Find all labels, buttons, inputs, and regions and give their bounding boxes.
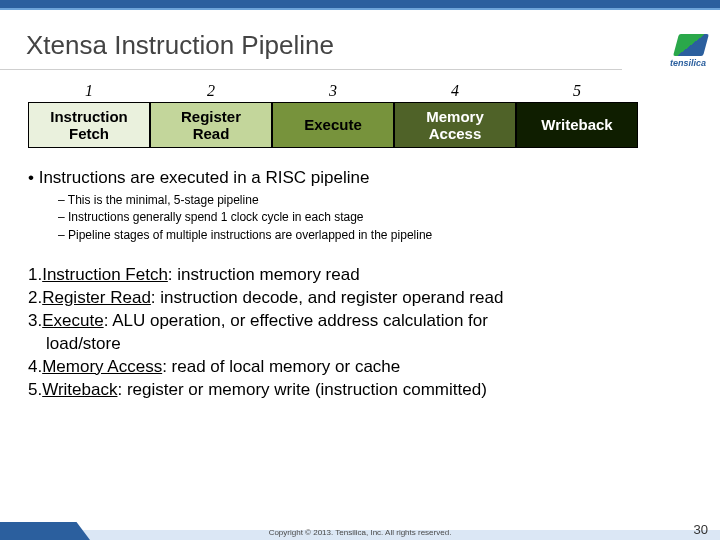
header: Xtensa Instruction Pipeline tensilica (0, 10, 720, 70)
stage-num: 4 (394, 82, 516, 100)
copyright-text: Copyright © 2013. Tensilica, Inc. All ri… (269, 528, 452, 537)
stage-label: Execute (304, 116, 362, 133)
stage-box-2: Register Read (150, 102, 272, 148)
stage-numbers-row: 1 2 3 4 5 (28, 82, 692, 100)
def-desc: : instruction memory read (168, 265, 360, 284)
def-row: 3.Execute: ALU operation, or effective a… (28, 310, 692, 333)
def-row-cont: load/store (28, 333, 692, 356)
stage-num: 5 (516, 82, 638, 100)
stage-label: Register Read (181, 108, 241, 143)
page-number: 30 (694, 522, 708, 537)
sub-bullet: This is the minimal, 5-stage pipeline (58, 192, 692, 209)
page-title: Xtensa Instruction Pipeline (26, 30, 622, 61)
logo-icon (673, 34, 709, 56)
def-num: 3. (28, 311, 42, 330)
def-row: 5.Writeback: register or memory write (i… (28, 379, 692, 402)
stage-label: Memory Access (426, 108, 484, 143)
brand-name: tensilica (670, 58, 706, 68)
def-row: 1.Instruction Fetch: instruction memory … (28, 264, 692, 287)
title-wrap: Xtensa Instruction Pipeline (0, 10, 622, 70)
stage-box-1: Instruction Fetch (28, 102, 150, 148)
def-row: 2.Register Read: instruction decode, and… (28, 287, 692, 310)
stage-label: Writeback (541, 116, 612, 133)
def-term: Execute (42, 311, 103, 330)
sub-bullet-list: This is the minimal, 5-stage pipeline In… (58, 192, 692, 244)
def-cont: load/store (46, 334, 121, 353)
def-desc: : register or memory write (instruction … (117, 380, 486, 399)
top-accent-bar (0, 0, 720, 10)
def-num: 1. (28, 265, 42, 284)
sub-bullet: Instructions generally spend 1 clock cyc… (58, 209, 692, 226)
def-row: 4.Memory Access: read of local memory or… (28, 356, 692, 379)
def-num: 2. (28, 288, 42, 307)
def-desc: : ALU operation, or effective address ca… (104, 311, 488, 330)
main-bullet: Instructions are executed in a RISC pipe… (28, 168, 692, 188)
content: 1 2 3 4 5 Instruction Fetch Register Rea… (0, 70, 720, 402)
def-term: Instruction Fetch (42, 265, 168, 284)
stage-label: Instruction Fetch (50, 108, 128, 143)
footer: Copyright © 2013. Tensilica, Inc. All ri… (0, 522, 720, 540)
def-term: Writeback (42, 380, 117, 399)
stage-box-3: Execute (272, 102, 394, 148)
def-term: Register Read (42, 288, 151, 307)
stage-definitions: 1.Instruction Fetch: instruction memory … (28, 264, 692, 402)
def-desc: : instruction decode, and register opera… (151, 288, 504, 307)
stage-num: 1 (28, 82, 150, 100)
stage-box-5: Writeback (516, 102, 638, 148)
stage-num: 2 (150, 82, 272, 100)
def-num: 5. (28, 380, 42, 399)
brand-logo: tensilica (632, 34, 712, 70)
stage-num: 3 (272, 82, 394, 100)
pipeline-stages: Instruction Fetch Register Read Execute … (28, 102, 692, 148)
def-term: Memory Access (42, 357, 162, 376)
def-desc: : read of local memory or cache (162, 357, 400, 376)
footer-corner-icon (0, 522, 90, 540)
sub-bullet: Pipeline stages of multiple instructions… (58, 227, 692, 244)
stage-box-4: Memory Access (394, 102, 516, 148)
def-num: 4. (28, 357, 42, 376)
